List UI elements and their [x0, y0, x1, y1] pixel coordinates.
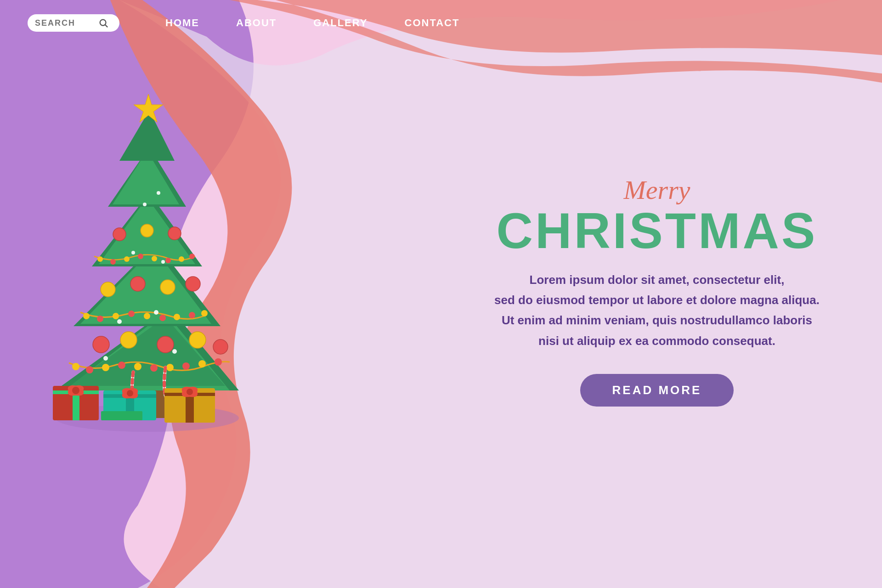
svg-point-46 [189, 332, 206, 348]
svg-point-18 [102, 364, 109, 371]
svg-point-48 [101, 282, 115, 297]
christmas-tree-area [28, 69, 266, 459]
svg-point-44 [120, 332, 137, 348]
svg-point-29 [128, 311, 135, 317]
svg-point-39 [152, 256, 157, 261]
svg-point-17 [86, 366, 93, 373]
svg-point-49 [130, 277, 145, 291]
svg-point-60 [161, 260, 165, 264]
svg-point-22 [166, 364, 174, 371]
christmas-tree-svg [28, 69, 266, 459]
svg-point-30 [144, 313, 150, 319]
svg-point-53 [141, 224, 153, 237]
search-icon [98, 18, 108, 28]
svg-point-33 [189, 312, 195, 318]
svg-point-59 [131, 251, 135, 254]
svg-point-28 [113, 313, 119, 319]
svg-point-61 [143, 203, 147, 206]
svg-point-58 [172, 349, 177, 354]
svg-line-1 [105, 25, 107, 27]
svg-point-19 [118, 362, 125, 369]
svg-point-54 [168, 227, 181, 240]
svg-point-20 [134, 363, 141, 370]
svg-point-31 [159, 315, 166, 321]
nav-about[interactable]: ABOUT [236, 17, 277, 29]
svg-point-42 [189, 254, 195, 259]
hero-content: Merry CHRISTMAS Lorem ipsum dolor sit am… [478, 175, 836, 407]
svg-point-74 [127, 390, 133, 396]
nav-home[interactable]: HOME [165, 17, 199, 29]
christmas-heading: CHRISTMAS [478, 205, 836, 256]
search-box[interactable] [28, 14, 119, 32]
svg-point-45 [157, 336, 174, 353]
svg-rect-75 [101, 411, 142, 420]
search-input[interactable] [35, 18, 95, 28]
svg-point-47 [213, 339, 228, 354]
svg-point-26 [83, 313, 90, 319]
svg-point-81 [187, 389, 193, 395]
svg-point-52 [113, 228, 126, 241]
nav-gallery[interactable]: GALLERY [313, 17, 368, 29]
svg-point-27 [97, 316, 103, 322]
svg-point-55 [117, 319, 122, 324]
svg-point-16 [72, 363, 79, 370]
svg-point-50 [160, 280, 175, 294]
svg-point-43 [93, 336, 109, 353]
svg-marker-14 [119, 110, 175, 161]
svg-point-57 [103, 356, 108, 361]
nav-contact[interactable]: CONTACT [405, 17, 460, 29]
svg-point-34 [201, 310, 208, 317]
svg-point-0 [100, 20, 106, 26]
svg-point-23 [182, 362, 190, 370]
svg-point-37 [124, 256, 130, 262]
svg-point-62 [157, 191, 160, 195]
read-more-button[interactable]: READ MORE [580, 374, 734, 407]
svg-point-36 [110, 259, 116, 265]
merry-heading: Merry [478, 175, 836, 205]
svg-point-68 [72, 387, 79, 394]
svg-point-56 [154, 310, 158, 315]
svg-point-32 [174, 314, 180, 320]
hero-body: Lorem ipsum dolor sit amet, consectetur … [478, 270, 836, 351]
svg-point-21 [150, 364, 158, 372]
svg-point-40 [165, 258, 171, 263]
navbar: HOME ABOUT GALLERY CONTACT [0, 0, 882, 46]
svg-point-41 [179, 256, 184, 262]
svg-point-24 [198, 360, 206, 368]
nav-links: HOME ABOUT GALLERY CONTACT [165, 17, 459, 29]
svg-point-25 [215, 358, 222, 366]
svg-point-38 [138, 254, 143, 259]
svg-point-35 [97, 256, 103, 262]
svg-point-51 [186, 277, 200, 291]
